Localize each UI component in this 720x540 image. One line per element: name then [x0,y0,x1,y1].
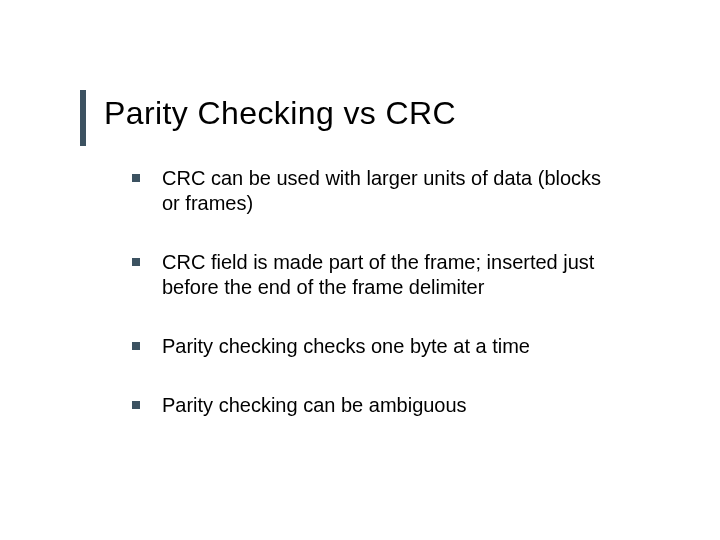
slide-title: Parity Checking vs CRC [104,94,660,132]
list-item: CRC field is made part of the frame; ins… [132,250,620,300]
title-accent-bar [80,90,86,146]
list-item: CRC can be used with larger units of dat… [132,166,620,216]
list-item: Parity checking can be ambiguous [132,393,620,418]
slide: Parity Checking vs CRC CRC can be used w… [0,0,720,540]
list-item: Parity checking checks one byte at a tim… [132,334,620,359]
bullet-list: CRC can be used with larger units of dat… [132,166,620,418]
